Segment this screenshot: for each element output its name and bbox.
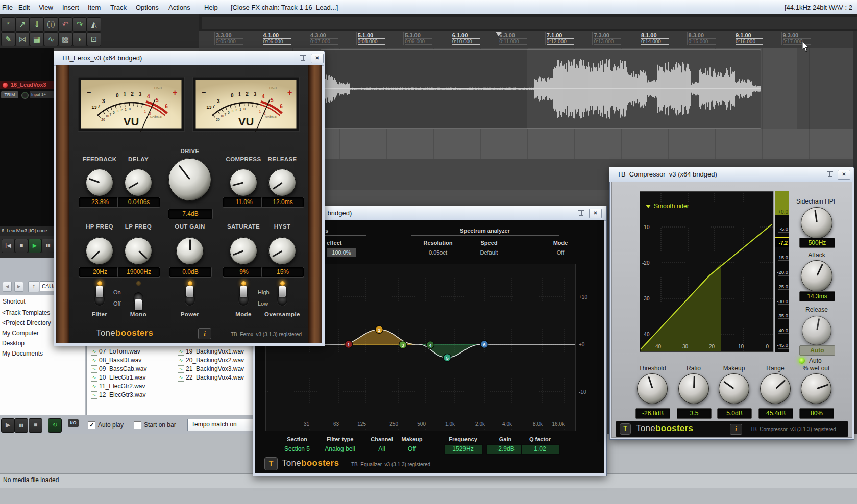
ferox-mono-led bbox=[136, 281, 141, 286]
ferox-delay-knob[interactable] bbox=[125, 169, 152, 196]
svg-text:10: 10 bbox=[105, 114, 109, 118]
ferox-knob-label: DRIVE bbox=[162, 148, 218, 154]
ferox-drive-knob-pointer bbox=[178, 165, 190, 179]
ferox-knob-value[interactable]: 19000Hz bbox=[118, 267, 160, 277]
svg-text:7: 7 bbox=[97, 104, 100, 109]
svg-text:4: 4 bbox=[262, 94, 265, 99]
ferox-knob-value[interactable]: 0.0406s bbox=[118, 197, 160, 207]
svg-text:0: 0 bbox=[243, 107, 246, 111]
svg-text:NORMAL: NORMAL bbox=[150, 116, 163, 119]
ferox-oversample-switch[interactable] bbox=[276, 287, 289, 310]
svg-text:5: 5 bbox=[271, 97, 274, 103]
svg-text:20: 20 bbox=[101, 118, 105, 121]
ferox-knob-label: OUT GAIN bbox=[162, 223, 218, 230]
ferox-knob-value[interactable]: 0.0dB bbox=[169, 267, 211, 277]
ferox-compress-knob-pointer bbox=[232, 182, 243, 186]
ferox-release-knob-pointer bbox=[273, 182, 282, 190]
ferox-knob-value[interactable]: 15% bbox=[262, 267, 304, 277]
ferox-power-switch[interactable] bbox=[183, 287, 197, 310]
ferox-mode-switch[interactable] bbox=[237, 287, 250, 310]
svg-text:3: 3 bbox=[139, 92, 142, 97]
ferox-hyst-knob[interactable] bbox=[268, 237, 296, 265]
ferox-lp-freq-knob-pointer bbox=[138, 251, 148, 260]
svg-text:7: 7 bbox=[224, 113, 226, 116]
svg-text:−: − bbox=[202, 88, 206, 96]
ferox-lp-freq-knob[interactable] bbox=[125, 237, 152, 265]
ferox-switch-label: Oversample bbox=[259, 311, 305, 317]
ferox-out-gain-knob-pointer bbox=[189, 239, 191, 250]
ferox-feedback-knob[interactable] bbox=[86, 169, 113, 196]
ferox-knob-label: DELAY bbox=[110, 156, 166, 162]
svg-text:NORMAL: NORMAL bbox=[265, 116, 278, 119]
svg-text:HIGH: HIGH bbox=[154, 86, 162, 89]
ferox-wood-right bbox=[308, 65, 322, 343]
svg-text:5: 5 bbox=[156, 97, 159, 103]
ferox-hp-freq-knob[interactable] bbox=[86, 237, 113, 265]
ferox-mono-switch[interactable] bbox=[132, 287, 145, 310]
ferox-compress-knob[interactable] bbox=[230, 169, 257, 196]
svg-text:0: 0 bbox=[129, 107, 131, 111]
ferox-knob-value[interactable]: 11.0% bbox=[223, 197, 265, 207]
svg-text:20: 20 bbox=[216, 118, 220, 121]
svg-text:3: 3 bbox=[116, 109, 118, 113]
ferox-filter-switch[interactable] bbox=[93, 287, 106, 310]
ferox-window-layer: TB_Ferox_v3 (x64 bridged)✕30123456137201… bbox=[0, 0, 857, 504]
ferox-power-led bbox=[188, 281, 192, 286]
ferox-knob-value[interactable]: 9% bbox=[223, 267, 265, 277]
ferox-out-gain-knob[interactable] bbox=[176, 237, 204, 265]
switch-off-label: Off bbox=[113, 300, 120, 307]
ferox-knob-label: LP FREQ bbox=[110, 223, 166, 230]
svg-text:3: 3 bbox=[231, 109, 233, 113]
svg-text:1: 1 bbox=[259, 110, 261, 113]
switch-handle bbox=[240, 286, 247, 297]
ferox-wood-left bbox=[56, 65, 69, 343]
svg-text:13: 13 bbox=[91, 105, 96, 110]
info-button[interactable]: i bbox=[198, 328, 211, 339]
svg-text:HIGH: HIGH bbox=[269, 86, 277, 89]
ferox-knob-value[interactable]: 12.0ms bbox=[262, 197, 304, 207]
vu-meter: 301234561372010753210123VU−+HIGHNORMAL bbox=[192, 77, 300, 132]
ferox-filter-led bbox=[97, 281, 102, 286]
ferox-knob-value[interactable]: 7.4dB bbox=[168, 209, 212, 219]
ferox-drive-knob[interactable] bbox=[168, 158, 211, 201]
logo-boosters: boosters bbox=[115, 328, 153, 338]
svg-text:2: 2 bbox=[120, 108, 123, 112]
ferox-hp-freq-knob-pointer bbox=[91, 251, 100, 260]
pin-base-part bbox=[301, 60, 305, 61]
svg-text:3: 3 bbox=[217, 98, 220, 104]
svg-text:6: 6 bbox=[280, 104, 283, 109]
svg-text:2: 2 bbox=[235, 108, 237, 112]
switch-low-label: Low bbox=[258, 300, 268, 307]
switch-on-label: On bbox=[113, 289, 121, 295]
switch-handle bbox=[96, 286, 103, 297]
svg-text:VU: VU bbox=[238, 115, 254, 128]
svg-text:0: 0 bbox=[116, 93, 119, 98]
svg-text:1: 1 bbox=[239, 108, 241, 111]
svg-text:6: 6 bbox=[165, 104, 168, 109]
svg-text:1: 1 bbox=[144, 110, 146, 113]
ferox-knob-value[interactable]: 20Hz bbox=[79, 267, 121, 277]
ferox-saturate-knob[interactable] bbox=[230, 237, 257, 265]
svg-text:7: 7 bbox=[109, 113, 111, 116]
svg-text:+: + bbox=[287, 88, 292, 97]
ferox-feedback-knob-pointer bbox=[88, 178, 99, 183]
pin-icon[interactable] bbox=[300, 55, 306, 61]
ferox-oversample-led bbox=[280, 281, 285, 286]
close-icon[interactable]: ✕ bbox=[311, 54, 324, 63]
ferox-knob-label: HYST bbox=[254, 223, 310, 230]
switch-handle bbox=[279, 286, 286, 297]
ferox-delay-knob-pointer bbox=[128, 182, 138, 189]
ferox-hyst-knob-pointer bbox=[272, 250, 282, 257]
ferox-mode-led bbox=[241, 281, 246, 286]
svg-text:−: − bbox=[87, 88, 91, 96]
ferox-release-knob[interactable] bbox=[268, 169, 296, 196]
svg-text:3: 3 bbox=[102, 98, 105, 104]
switch-handle bbox=[186, 286, 193, 297]
ferox-knob-value[interactable]: 23.8% bbox=[79, 197, 121, 207]
svg-text:3: 3 bbox=[254, 92, 257, 97]
ferox-window-title: TB_Ferox_v3 (x64 bridged) bbox=[61, 54, 142, 62]
ferox-registered-label: TB_Ferox_v3 (3.1.3) registered bbox=[231, 332, 302, 337]
vu-meter: 301234561372010753210123VU−+HIGHNORMAL bbox=[78, 77, 185, 132]
svg-text:5: 5 bbox=[113, 111, 115, 114]
reaper-application: FileEditViewInsertItemTrackOptionsAction… bbox=[0, 0, 857, 504]
